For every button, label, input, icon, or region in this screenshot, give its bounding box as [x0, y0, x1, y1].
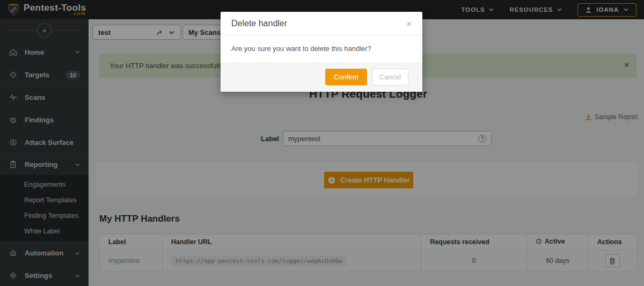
cancel-button[interactable]: Cancel [372, 69, 408, 85]
modal-title: Delete handler [231, 19, 287, 28]
delete-handler-modal: Delete handler × Are you sure you want t… [221, 12, 422, 92]
close-icon[interactable]: × [406, 19, 412, 28]
modal-body-text: Are you sure you want to delete this han… [221, 35, 422, 63]
confirm-button[interactable]: Confirm [325, 69, 367, 85]
